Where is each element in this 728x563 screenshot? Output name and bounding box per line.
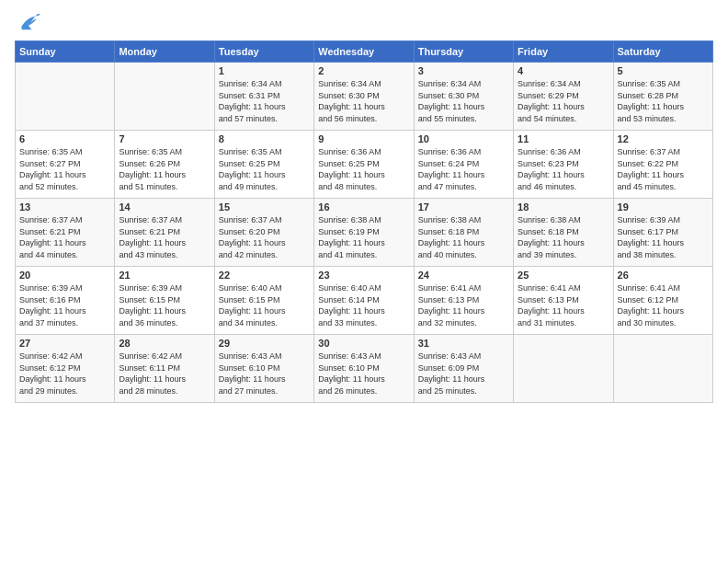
day-number: 12 (618, 133, 709, 144)
day-info: Sunrise: 6:35 AM Sunset: 6:26 PM Dayligh… (119, 146, 210, 192)
calendar-cell: 20Sunrise: 6:39 AM Sunset: 6:16 PM Dayli… (16, 267, 115, 335)
day-info: Sunrise: 6:34 AM Sunset: 6:31 PM Dayligh… (219, 78, 310, 124)
day-number: 15 (219, 201, 310, 213)
day-number: 1 (219, 65, 310, 76)
day-number: 3 (418, 65, 509, 76)
calendar-cell: 8Sunrise: 6:35 AM Sunset: 6:25 PM Daylig… (214, 131, 313, 199)
calendar-cell: 22Sunrise: 6:40 AM Sunset: 6:15 PM Dayli… (214, 267, 313, 335)
day-number: 26 (618, 270, 709, 281)
calendar-cell: 4Sunrise: 6:34 AM Sunset: 6:29 PM Daylig… (514, 63, 613, 131)
logo-icon (15, 11, 40, 33)
logo (15, 11, 42, 33)
day-number: 13 (19, 201, 110, 213)
day-info: Sunrise: 6:35 AM Sunset: 6:25 PM Dayligh… (219, 146, 310, 192)
calendar-cell: 26Sunrise: 6:41 AM Sunset: 6:12 PM Dayli… (613, 267, 712, 335)
day-info: Sunrise: 6:35 AM Sunset: 6:27 PM Dayligh… (19, 146, 110, 192)
day-info: Sunrise: 6:36 AM Sunset: 6:24 PM Dayligh… (418, 146, 509, 192)
day-info: Sunrise: 6:43 AM Sunset: 6:10 PM Dayligh… (219, 350, 310, 396)
main-container: SundayMondayTuesdayWednesdayThursdayFrid… (0, 0, 728, 410)
weekday-header-saturday: Saturday (613, 41, 712, 63)
day-info: Sunrise: 6:38 AM Sunset: 6:18 PM Dayligh… (518, 214, 609, 260)
day-info: Sunrise: 6:39 AM Sunset: 6:17 PM Dayligh… (618, 214, 709, 260)
weekday-header-friday: Friday (514, 41, 613, 63)
weekday-header-row: SundayMondayTuesdayWednesdayThursdayFrid… (16, 41, 713, 63)
day-number: 29 (219, 338, 310, 349)
calendar-cell: 25Sunrise: 6:41 AM Sunset: 6:13 PM Dayli… (514, 267, 613, 335)
calendar-cell: 28Sunrise: 6:42 AM Sunset: 6:11 PM Dayli… (115, 335, 214, 403)
calendar-week-row: 13Sunrise: 6:37 AM Sunset: 6:21 PM Dayli… (16, 199, 713, 267)
day-number: 30 (318, 338, 409, 349)
calendar-cell: 3Sunrise: 6:34 AM Sunset: 6:30 PM Daylig… (414, 63, 513, 131)
day-info: Sunrise: 6:35 AM Sunset: 6:28 PM Dayligh… (618, 78, 709, 124)
calendar-cell: 21Sunrise: 6:39 AM Sunset: 6:15 PM Dayli… (115, 267, 214, 335)
weekday-header-monday: Monday (115, 41, 214, 63)
calendar-cell: 9Sunrise: 6:36 AM Sunset: 6:25 PM Daylig… (314, 131, 414, 199)
calendar-cell: 11Sunrise: 6:36 AM Sunset: 6:23 PM Dayli… (514, 131, 613, 199)
day-number: 24 (418, 270, 509, 281)
day-info: Sunrise: 6:43 AM Sunset: 6:10 PM Dayligh… (318, 350, 409, 396)
calendar-cell (514, 335, 613, 403)
day-info: Sunrise: 6:34 AM Sunset: 6:30 PM Dayligh… (318, 78, 409, 124)
calendar-cell: 15Sunrise: 6:37 AM Sunset: 6:20 PM Dayli… (214, 199, 313, 267)
day-number: 22 (219, 270, 310, 281)
calendar-cell: 2Sunrise: 6:34 AM Sunset: 6:30 PM Daylig… (314, 63, 414, 131)
day-info: Sunrise: 6:34 AM Sunset: 6:29 PM Dayligh… (518, 78, 609, 124)
calendar-cell: 29Sunrise: 6:43 AM Sunset: 6:10 PM Dayli… (214, 335, 313, 403)
calendar-cell: 27Sunrise: 6:42 AM Sunset: 6:12 PM Dayli… (16, 335, 115, 403)
weekday-header-sunday: Sunday (16, 41, 115, 63)
calendar-week-row: 6Sunrise: 6:35 AM Sunset: 6:27 PM Daylig… (16, 131, 713, 199)
calendar-cell: 6Sunrise: 6:35 AM Sunset: 6:27 PM Daylig… (16, 131, 115, 199)
day-number: 11 (518, 133, 609, 144)
day-number: 9 (318, 133, 409, 144)
day-info: Sunrise: 6:37 AM Sunset: 6:21 PM Dayligh… (119, 214, 210, 260)
calendar-cell: 1Sunrise: 6:34 AM Sunset: 6:31 PM Daylig… (214, 63, 313, 131)
calendar-week-row: 1Sunrise: 6:34 AM Sunset: 6:31 PM Daylig… (16, 63, 713, 131)
day-info: Sunrise: 6:39 AM Sunset: 6:15 PM Dayligh… (119, 282, 210, 328)
calendar-cell: 19Sunrise: 6:39 AM Sunset: 6:17 PM Dayli… (613, 199, 712, 267)
weekday-header-tuesday: Tuesday (214, 41, 313, 63)
day-number: 14 (119, 201, 210, 213)
day-number: 4 (518, 65, 609, 76)
day-number: 19 (618, 201, 709, 213)
calendar-cell: 17Sunrise: 6:38 AM Sunset: 6:18 PM Dayli… (414, 199, 513, 267)
calendar-cell: 7Sunrise: 6:35 AM Sunset: 6:26 PM Daylig… (115, 131, 214, 199)
calendar-cell: 5Sunrise: 6:35 AM Sunset: 6:28 PM Daylig… (613, 63, 712, 131)
calendar-cell (16, 63, 115, 131)
day-info: Sunrise: 6:34 AM Sunset: 6:30 PM Dayligh… (418, 78, 509, 124)
day-info: Sunrise: 6:37 AM Sunset: 6:22 PM Dayligh… (618, 146, 709, 192)
day-number: 7 (119, 133, 210, 144)
day-info: Sunrise: 6:40 AM Sunset: 6:15 PM Dayligh… (219, 282, 310, 328)
calendar-cell: 23Sunrise: 6:40 AM Sunset: 6:14 PM Dayli… (314, 267, 414, 335)
day-info: Sunrise: 6:41 AM Sunset: 6:12 PM Dayligh… (618, 282, 709, 328)
day-info: Sunrise: 6:40 AM Sunset: 6:14 PM Dayligh… (318, 282, 409, 328)
header (15, 11, 713, 33)
day-number: 5 (618, 65, 709, 76)
day-number: 8 (219, 133, 310, 144)
calendar-week-row: 20Sunrise: 6:39 AM Sunset: 6:16 PM Dayli… (16, 267, 713, 335)
day-number: 18 (518, 201, 609, 213)
day-info: Sunrise: 6:38 AM Sunset: 6:19 PM Dayligh… (318, 214, 409, 260)
day-info: Sunrise: 6:41 AM Sunset: 6:13 PM Dayligh… (418, 282, 509, 328)
calendar-cell: 14Sunrise: 6:37 AM Sunset: 6:21 PM Dayli… (115, 199, 214, 267)
day-number: 31 (418, 338, 509, 349)
day-info: Sunrise: 6:43 AM Sunset: 6:09 PM Dayligh… (418, 350, 509, 396)
day-info: Sunrise: 6:37 AM Sunset: 6:20 PM Dayligh… (219, 214, 310, 260)
day-number: 10 (418, 133, 509, 144)
day-number: 25 (518, 270, 609, 281)
calendar-cell: 10Sunrise: 6:36 AM Sunset: 6:24 PM Dayli… (414, 131, 513, 199)
day-number: 2 (318, 65, 409, 76)
weekday-header-thursday: Thursday (414, 41, 513, 63)
day-info: Sunrise: 6:37 AM Sunset: 6:21 PM Dayligh… (19, 214, 110, 260)
calendar-week-row: 27Sunrise: 6:42 AM Sunset: 6:12 PM Dayli… (16, 335, 713, 403)
day-number: 17 (418, 201, 509, 213)
day-info: Sunrise: 6:42 AM Sunset: 6:11 PM Dayligh… (119, 350, 210, 396)
day-info: Sunrise: 6:38 AM Sunset: 6:18 PM Dayligh… (418, 214, 509, 260)
weekday-header-wednesday: Wednesday (314, 41, 414, 63)
day-number: 16 (318, 201, 409, 213)
calendar-cell: 30Sunrise: 6:43 AM Sunset: 6:10 PM Dayli… (314, 335, 414, 403)
day-number: 27 (19, 338, 110, 349)
calendar-cell: 12Sunrise: 6:37 AM Sunset: 6:22 PM Dayli… (613, 131, 712, 199)
day-number: 23 (318, 270, 409, 281)
calendar-cell (613, 335, 712, 403)
day-number: 6 (19, 133, 110, 144)
